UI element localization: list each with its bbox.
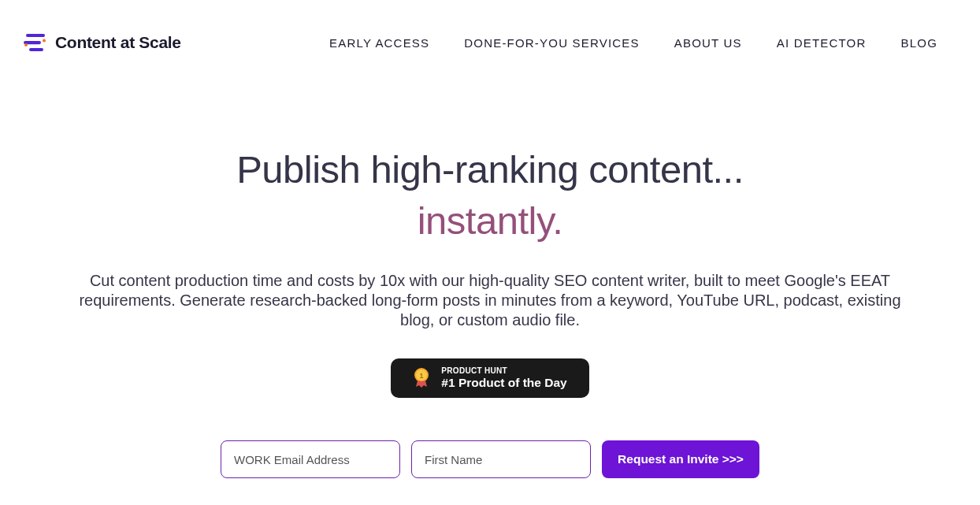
site-header: Content at Scale EARLY ACCESS DONE-FOR-Y… (0, 0, 980, 52)
nav-early-access[interactable]: EARLY ACCESS (329, 36, 429, 50)
svg-point-1 (43, 39, 46, 43)
badge-text: PRODUCT HUNT #1 Product of the Day (441, 366, 566, 391)
product-hunt-badge[interactable]: 1 PRODUCT HUNT #1 Product of the Day (391, 358, 588, 399)
badge-bottom-label: #1 Product of the Day (441, 376, 566, 391)
email-field[interactable] (221, 440, 400, 478)
medal-icon: 1 (413, 367, 430, 389)
subtext: Cut content production time and costs by… (29, 271, 951, 330)
nav-done-for-you[interactable]: DONE-FOR-YOU SERVICES (464, 36, 639, 50)
svg-point-3 (24, 43, 28, 46)
primary-nav: EARLY ACCESS DONE-FOR-YOU SERVICES ABOUT… (329, 36, 937, 50)
headline-accent: instantly. (0, 199, 980, 243)
nav-ai-detector[interactable]: AI DETECTOR (777, 36, 867, 50)
nav-about-us[interactable]: ABOUT US (674, 36, 742, 50)
svg-text:1: 1 (420, 371, 424, 379)
headline: Publish high-ranking content... (0, 145, 980, 195)
first-name-field[interactable] (411, 440, 591, 478)
invite-form: Request an Invite >>> (0, 440, 980, 478)
logo-text: Content at Scale (55, 33, 181, 52)
logo-icon (24, 33, 47, 52)
nav-blog[interactable]: BLOG (901, 36, 937, 50)
badge-top-label: PRODUCT HUNT (441, 366, 566, 376)
svg-rect-0 (26, 34, 45, 37)
request-invite-button[interactable]: Request an Invite >>> (602, 440, 759, 478)
logo[interactable]: Content at Scale (24, 33, 181, 52)
hero-section: Publish high-ranking content... instantl… (0, 52, 980, 478)
